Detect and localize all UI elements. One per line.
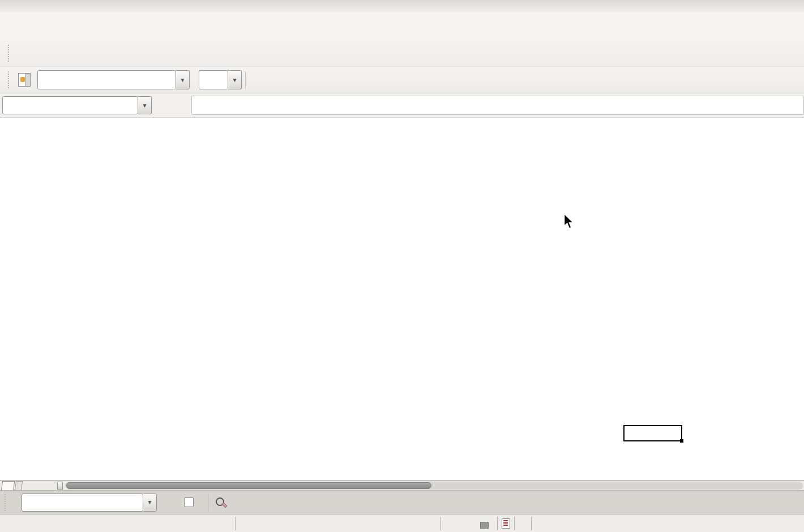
toolbar-grip[interactable]: [8, 45, 11, 62]
toolbar-grip[interactable]: [8, 71, 11, 88]
toolbar-grip[interactable]: [5, 494, 8, 511]
menu-bar: [0, 12, 804, 40]
find-replace-icon: [215, 497, 226, 508]
find-toolbar: ▼: [0, 490, 804, 514]
status-bar: [0, 514, 804, 532]
insert-mode-icon[interactable]: [480, 520, 489, 531]
sidebar-icon: [18, 73, 31, 87]
title-bar: [0, 0, 804, 13]
font-size-input[interactable]: [199, 70, 228, 89]
cell-cursor-O19[interactable]: [623, 425, 682, 441]
match-case-checkbox[interactable]: [184, 497, 194, 507]
horizontal-scrollbar[interactable]: [65, 482, 803, 490]
formatting-toolbar: ▼ ▼: [0, 67, 804, 93]
pane-splitter[interactable]: [57, 482, 63, 490]
name-box[interactable]: [2, 96, 138, 114]
horizontal-scrollbar-thumb[interactable]: [66, 482, 431, 489]
document-modified-icon[interactable]: [502, 518, 510, 531]
formula-input[interactable]: [191, 96, 804, 115]
spreadsheet-grid: [0, 118, 804, 480]
find-dropdown[interactable]: ▼: [143, 494, 157, 512]
formula-bar: ▼: [0, 93, 804, 118]
font-name-dropdown[interactable]: ▼: [176, 70, 190, 89]
mouse-pointer: [563, 214, 575, 230]
add-sheet-button[interactable]: [15, 481, 23, 491]
find-and-replace-button[interactable]: [213, 493, 229, 512]
name-box-dropdown[interactable]: ▼: [138, 96, 152, 114]
sheet-tab-sheet1[interactable]: [1, 481, 15, 491]
find-input[interactable]: [22, 494, 143, 512]
font-size-dropdown[interactable]: ▼: [228, 70, 242, 89]
sheet-tab-bar: [0, 480, 804, 491]
libreoffice-calc-window: ▼ ▼ ▼ ▼: [0, 0, 804, 532]
sidebar-icon[interactable]: [16, 70, 32, 89]
standard-toolbar: [0, 40, 804, 67]
font-name-input[interactable]: [37, 70, 176, 89]
